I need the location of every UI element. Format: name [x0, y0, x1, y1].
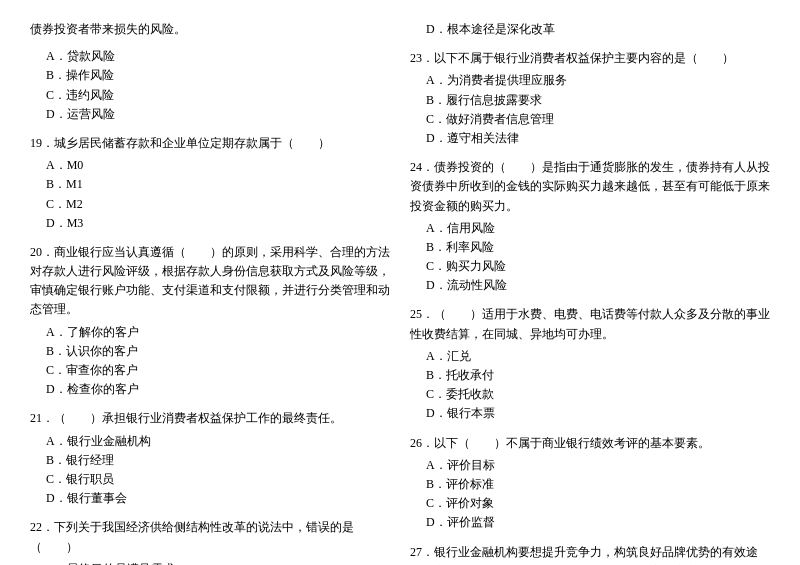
option-label: A．: [46, 434, 67, 448]
option-text: 做好消费者信息管理: [446, 112, 554, 126]
q25-text: 25．（ ）适用于水费、电费、电话费等付款人众多及分散的事业性收费结算，在同城、…: [410, 305, 770, 343]
option-text: 为消费者提供理应服务: [447, 73, 567, 87]
q24-option-d: D．流动性风险: [410, 276, 770, 295]
q18-option-b: B．操作风险: [30, 66, 390, 85]
option-label: B．: [426, 93, 446, 107]
option-label: D．: [426, 131, 447, 145]
q21-block: 21．（ ）承担银行业消费者权益保护工作的最终责任。 A．银行业金融机构 B．银…: [30, 409, 390, 508]
option-text: 贷款风险: [67, 49, 115, 63]
option-text: 评价标准: [446, 477, 494, 491]
q23-option-c: C．做好消费者信息管理: [410, 110, 770, 129]
option-text: 遵守相关法律: [447, 131, 519, 145]
q20-option-c: C．审查你的客户: [30, 361, 390, 380]
option-text: 检查你的客户: [67, 382, 139, 396]
q21-option-c: C．银行职员: [30, 470, 390, 489]
option-label: C．: [46, 197, 66, 211]
option-label: D．: [46, 107, 67, 121]
q22d-block: D．根本途径是深化改革: [410, 20, 770, 39]
right-column: D．根本途径是深化改革 23．以下不属于银行业消费者权益保护主要内容的是（ ） …: [410, 20, 770, 565]
option-label: B．: [426, 477, 446, 491]
option-text: 利率风险: [446, 240, 494, 254]
q20-option-a: A．了解你的客户: [30, 323, 390, 342]
q23-option-d: D．遵守相关法律: [410, 129, 770, 148]
q23-option-a: A．为消费者提供理应服务: [410, 71, 770, 90]
option-text: 根本途径是深化改革: [447, 22, 555, 36]
option-label: D．: [426, 515, 447, 529]
q24-block: 24．债券投资的（ ）是指由于通货膨胀的发生，债券持有人从投资债券中所收到的金钱…: [410, 158, 770, 295]
q24-option-a: A．信用风险: [410, 219, 770, 238]
option-text: 银行经理: [66, 453, 114, 467]
option-label: C．: [426, 387, 446, 401]
q18-option-c: C．违约风险: [30, 86, 390, 105]
q26-option-d: D．评价监督: [410, 513, 770, 532]
q19-option-a: A．M0: [30, 156, 390, 175]
q26-text: 26．以下（ ）不属于商业银行绩效考评的基本要素。: [410, 434, 770, 453]
q22-option-d: D．根本途径是深化改革: [410, 20, 770, 39]
q19-option-b: B．M1: [30, 175, 390, 194]
q23-block: 23．以下不属于银行业消费者权益保护主要内容的是（ ） A．为消费者提供理应服务…: [410, 49, 770, 148]
option-text: M1: [66, 177, 83, 191]
option-text: 评价对象: [446, 496, 494, 510]
option-label: B．: [426, 368, 446, 382]
option-text: 流动性风险: [447, 278, 507, 292]
q24-option-c: C．购买力风险: [410, 257, 770, 276]
q21-text: 21．（ ）承担银行业消费者权益保护工作的最终责任。: [30, 409, 390, 428]
option-text: 操作风险: [66, 68, 114, 82]
q20-block: 20．商业银行应当认真遵循（ ）的原则，采用科学、合理的方法对存款人进行风险评级…: [30, 243, 390, 400]
q22-block: 22．下列关于我国经济供给侧结构性改革的说法中，错误的是（ ） A．最终目的是满…: [30, 518, 390, 565]
option-label: B．: [46, 344, 66, 358]
q22-option-a: A．最终目的是满足需求: [30, 560, 390, 565]
option-text: 信用风险: [447, 221, 495, 235]
option-text: 评价目标: [447, 458, 495, 472]
option-text: 违约风险: [66, 88, 114, 102]
option-label: C．: [426, 259, 446, 273]
q21-option-a: A．银行业金融机构: [30, 432, 390, 451]
option-text: 托收承付: [446, 368, 494, 382]
option-label: A．: [426, 349, 447, 363]
intro-text: 债券投资者带来损失的风险。: [30, 20, 390, 39]
option-label: B．: [46, 177, 66, 191]
q18-option-d: D．运营风险: [30, 105, 390, 124]
q25-option-a: A．汇兑: [410, 347, 770, 366]
option-label: D．: [426, 22, 447, 36]
q19-option-c: C．M2: [30, 195, 390, 214]
option-label: B．: [426, 240, 446, 254]
option-label: C．: [46, 363, 66, 377]
option-text: 银行职员: [66, 472, 114, 486]
option-text: 银行业金融机构: [67, 434, 151, 448]
q26-option-c: C．评价对象: [410, 494, 770, 513]
option-label: C．: [46, 88, 66, 102]
option-label: D．: [46, 216, 67, 230]
q26-block: 26．以下（ ）不属于商业银行绩效考评的基本要素。 A．评价目标 B．评价标准 …: [410, 434, 770, 533]
q20-option-d: D．检查你的客户: [30, 380, 390, 399]
q25-option-c: C．委托收款: [410, 385, 770, 404]
q25-block: 25．（ ）适用于水费、电费、电话费等付款人众多及分散的事业性收费结算，在同城、…: [410, 305, 770, 423]
option-label: A．: [46, 325, 67, 339]
option-label: D．: [46, 382, 67, 396]
option-text: 评价监督: [447, 515, 495, 529]
q22-text: 22．下列关于我国经济供给侧结构性改革的说法中，错误的是（ ）: [30, 518, 390, 556]
q23-option-b: B．履行信息披露要求: [410, 91, 770, 110]
option-text: M2: [66, 197, 83, 211]
q25-option-b: B．托收承付: [410, 366, 770, 385]
q18-option-a: A．贷款风险: [30, 47, 390, 66]
option-text: M0: [67, 158, 84, 172]
q19-text: 19．城乡居民储蓄存款和企业单位定期存款属于（ ）: [30, 134, 390, 153]
left-column: 债券投资者带来损失的风险。 A．贷款风险 B．操作风险 C．违约风险 D．运营风…: [30, 20, 390, 565]
option-label: B．: [46, 68, 66, 82]
option-label: A．: [426, 221, 447, 235]
q24-option-b: B．利率风险: [410, 238, 770, 257]
option-text: 了解你的客户: [67, 325, 139, 339]
option-text: 履行信息披露要求: [446, 93, 542, 107]
q19-option-d: D．M3: [30, 214, 390, 233]
option-text: 运营风险: [67, 107, 115, 121]
option-text: 银行本票: [447, 406, 495, 420]
option-label: C．: [46, 472, 66, 486]
option-label: D．: [426, 278, 447, 292]
q24-text: 24．债券投资的（ ）是指由于通货膨胀的发生，债券持有人从投资债券中所收到的金钱…: [410, 158, 770, 216]
q27-text: 27．银行业金融机构要想提升竞争力，构筑良好品牌优势的有效途径、实现可持续发展、…: [410, 543, 770, 566]
option-label: A．: [46, 49, 67, 63]
option-text: 银行董事会: [67, 491, 127, 505]
q21-option-b: B．银行经理: [30, 451, 390, 470]
option-label: D．: [426, 406, 447, 420]
